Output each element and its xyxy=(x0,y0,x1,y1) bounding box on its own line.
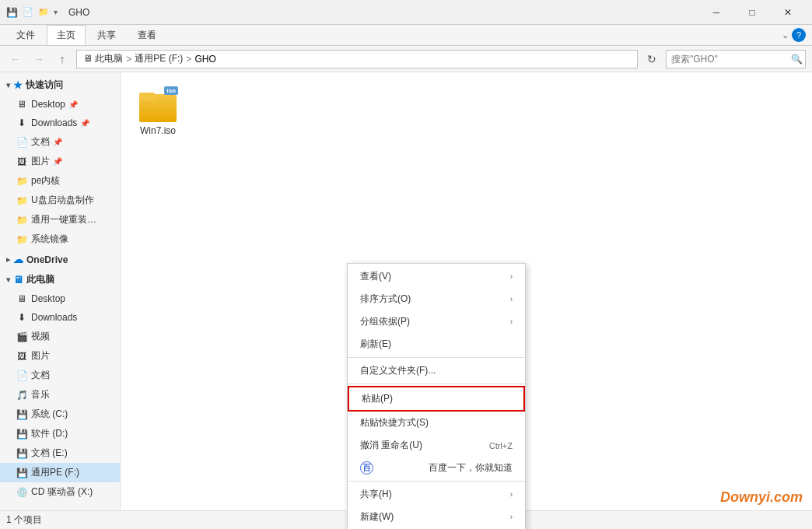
sidebar-item-downloads-pc[interactable]: ⬇ Downloads xyxy=(0,308,120,327)
sidebar-item-docs-quick[interactable]: 📄 文档 📌 xyxy=(0,132,120,152)
breadcrumb-thispc[interactable]: 🖥 此电脑 xyxy=(83,52,123,65)
sidebar-item-pics-pc[interactable]: 🖼 图片 xyxy=(0,346,120,366)
music-icon: 🎵 xyxy=(16,389,28,401)
thispc-arrow: ▾ xyxy=(6,275,10,284)
close-button[interactable]: ✕ xyxy=(770,0,806,25)
sidebar-item-label: 软件 (D:) xyxy=(31,427,68,440)
ctx-sep-1 xyxy=(348,357,525,358)
context-menu: 查看(V) › 排序方式(O) › 分组依据(P) › 刷新(E) 自定义文件夹… xyxy=(347,263,526,529)
ctx-item-new[interactable]: 新建(W) › xyxy=(348,506,525,528)
search-input[interactable] xyxy=(671,54,788,65)
sidebar-item-desktop-pc[interactable]: 🖥 Desktop xyxy=(0,289,120,308)
watermark: Downyi.com xyxy=(720,489,803,506)
address-path[interactable]: 🖥 此电脑 > 通用PE (F:) > GHO xyxy=(76,50,638,68)
pics-icon-q: 🖼 xyxy=(16,156,28,168)
titlebar-controls: ─ □ ✕ xyxy=(698,0,806,25)
breadcrumb-drive[interactable]: 通用PE (F:) xyxy=(135,52,183,65)
reinstall-icon: 📁 xyxy=(16,214,28,226)
ctx-item-customize[interactable]: 自定义文件夹(F)... xyxy=(348,359,525,382)
sidebar-quickaccess-section: ▾ ★ 快速访问 🖥 Desktop 📌 ⬇ Downloads 📌 📄 文档 … xyxy=(0,75,120,249)
downloads-pc-icon: ⬇ xyxy=(16,311,28,324)
ribbon-help-icon[interactable]: ? xyxy=(792,28,806,42)
sidebar-item-x-drive[interactable]: 💿 CD 驱动器 (X:) xyxy=(0,482,120,502)
sidebar-item-sysimage[interactable]: 📁 系统镜像 xyxy=(0,229,120,249)
sidebar-item-pics-quick[interactable]: 🖼 图片 📌 xyxy=(0,152,120,171)
sidebar-item-label: 系统镜像 xyxy=(31,233,68,246)
baidu-icon: 百 xyxy=(360,461,373,475)
sidebar-item-video[interactable]: 🎬 视频 xyxy=(0,327,120,346)
breadcrumb-gho[interactable]: GHO xyxy=(194,54,215,65)
window-icon-folder: 📁 xyxy=(38,7,49,17)
c-drive-icon: 💾 xyxy=(16,408,28,421)
sidebar-item-label: 视频 xyxy=(31,330,50,343)
docs-icon: 📄 xyxy=(16,136,28,149)
sidebar-item-reinstall[interactable]: 📁 通用一键重装系统 xyxy=(0,210,120,229)
tab-share[interactable]: 共享 xyxy=(87,25,126,45)
sidebar-quickaccess-header[interactable]: ▾ ★ 快速访问 xyxy=(0,75,120,95)
ctx-label-customize: 自定义文件夹(F)... xyxy=(360,364,436,377)
ctx-label-group: 分组依据(P) xyxy=(360,315,410,328)
sidebar-item-downloads-quick[interactable]: ⬇ Downloads 📌 xyxy=(0,114,120,132)
back-button[interactable]: ← xyxy=(6,50,25,68)
pc-icon: 🖥 xyxy=(83,53,93,64)
ctx-item-baidu[interactable]: 百 百度一下，你就知道 xyxy=(348,457,525,479)
pics-pc-icon: 🖼 xyxy=(16,350,28,363)
sidebar-item-desktop-quick[interactable]: 🖥 Desktop 📌 xyxy=(0,95,120,114)
tab-file[interactable]: 文件 xyxy=(6,25,45,45)
ctx-label-refresh: 刷新(E) xyxy=(360,338,391,351)
ctx-item-view[interactable]: 查看(V) › xyxy=(348,265,525,288)
ctx-item-paste-shortcut[interactable]: 粘贴快捷方式(S) xyxy=(348,412,525,434)
sidebar-item-pekernel[interactable]: 📁 pe内核 xyxy=(0,171,120,191)
status-text: 1 个项目 xyxy=(6,513,42,527)
ctx-item-paste[interactable]: 粘贴(P) xyxy=(348,386,525,412)
maximize-button[interactable]: □ xyxy=(734,0,770,25)
file-win7-iso[interactable]: iso Win7.iso xyxy=(127,79,189,142)
sidebar-thispc-header[interactable]: ▾ 🖥 此电脑 xyxy=(0,270,120,289)
ctx-item-refresh[interactable]: 刷新(E) xyxy=(348,333,525,356)
ctx-item-sort[interactable]: 排序方式(O) › xyxy=(348,288,525,310)
tab-home[interactable]: 主页 xyxy=(47,25,86,45)
quickaccess-star-icon: ★ xyxy=(13,79,23,91)
sidebar-item-d-drive[interactable]: 💾 软件 (D:) xyxy=(0,424,120,443)
sidebar-onedrive-header[interactable]: ▸ ☁ OneDrive xyxy=(0,250,120,268)
minimize-button[interactable]: ─ xyxy=(698,0,734,25)
ctx-shortcut-undo: Ctrl+Z xyxy=(489,441,513,450)
ribbon: 文件 主页 共享 查看 ⌄ ? xyxy=(0,25,812,46)
up-button[interactable]: ↑ xyxy=(53,50,72,68)
sidebar-item-label: U盘启动盘制作 xyxy=(31,194,94,207)
sidebar-item-f-drive[interactable]: 💾 通用PE (F:) xyxy=(0,463,120,482)
ctx-arrow-view: › xyxy=(510,272,513,281)
title-text: GHO xyxy=(68,7,89,18)
watermark-text: Downyi.com xyxy=(720,489,803,505)
search-box[interactable]: 🔍 xyxy=(666,50,806,68)
search-icon: 🔍 xyxy=(791,54,803,65)
sidebar-item-label: 音乐 xyxy=(31,388,50,401)
title-bar-left: 💾 📄 📁 ▾ GHO xyxy=(6,7,89,18)
ctx-label-sort: 排序方式(O) xyxy=(360,293,411,306)
sidebar-item-docs-pc[interactable]: 📄 文档 xyxy=(0,366,120,385)
tab-view[interactable]: 查看 xyxy=(128,25,166,45)
ctx-item-share[interactable]: 共享(H) › xyxy=(348,483,525,506)
thispc-icon: 🖥 xyxy=(13,274,23,286)
ctx-arrow-new: › xyxy=(510,513,513,521)
f-drive-icon: 💾 xyxy=(16,467,28,479)
sidebar-item-music[interactable]: 🎵 音乐 xyxy=(0,385,120,405)
window-icon-new: 📄 xyxy=(23,7,33,17)
refresh-button[interactable]: ↻ xyxy=(642,50,661,68)
sidebar-item-udisk[interactable]: 📁 U盘启动盘制作 xyxy=(0,191,120,210)
ctx-label-baidu: 百度一下，你就知道 xyxy=(429,461,513,475)
main-area: ▾ ★ 快速访问 🖥 Desktop 📌 ⬇ Downloads 📌 📄 文档 … xyxy=(0,72,812,511)
sidebar-item-label: 通用PE (F:) xyxy=(31,466,79,479)
ctx-label-share: 共享(H) xyxy=(360,488,392,501)
ribbon-collapse-icon[interactable]: ⌄ xyxy=(782,30,789,40)
sidebar-onedrive-section: ▸ ☁ OneDrive xyxy=(0,250,120,268)
sidebar-item-e-drive[interactable]: 💾 文档 (E:) xyxy=(0,443,120,463)
sidebar-item-c-drive[interactable]: 💾 系统 (C:) xyxy=(0,405,120,424)
forward-button[interactable]: → xyxy=(30,50,48,68)
title-bar-dropdown[interactable]: ▾ xyxy=(54,8,58,16)
cloud-icon: ☁ xyxy=(13,254,23,265)
ctx-arrow-share: › xyxy=(510,490,513,499)
ctx-item-undo[interactable]: 撤消 重命名(U) Ctrl+Z xyxy=(348,434,525,457)
ctx-item-group[interactable]: 分组依据(P) › xyxy=(348,310,525,333)
sidebar-item-label: 通用一键重装系统 xyxy=(31,213,105,226)
